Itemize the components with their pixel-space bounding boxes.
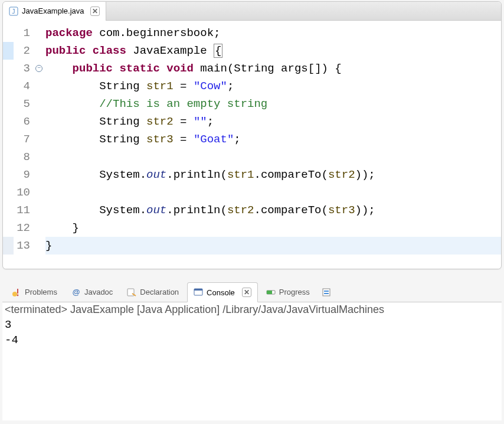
svg-point-4 [17, 294, 19, 296]
svg-rect-7 [194, 289, 202, 291]
bottom-view-tabs: Problems @ Javadoc Declaration Console ✕… [2, 282, 502, 302]
tab-problems[interactable]: Problems [6, 282, 63, 302]
problems-icon [12, 288, 21, 297]
svg-point-2 [12, 292, 17, 296]
file-tab[interactable]: J JavaExample.java ✕ [3, 2, 106, 21]
console-output[interactable]: 3 -4 [5, 317, 499, 348]
fold-gutter: − [35, 24, 45, 265]
close-view-button[interactable]: ✕ [242, 288, 251, 297]
code-editor[interactable]: 1 2 3 4 5 6 7 8 9 10 11 12 13 − package … [3, 21, 501, 269]
matched-brace: { [214, 44, 222, 58]
line-number: 12 [16, 219, 30, 237]
console-view: <terminated> JavaExample [Java Applicati… [2, 302, 502, 420]
line-number: 4 [16, 77, 30, 95]
tab-declaration[interactable]: Declaration [121, 282, 185, 302]
svg-rect-11 [324, 291, 329, 292]
line-number: 6 [16, 113, 30, 131]
line-number: 7 [16, 131, 30, 148]
editor-panel: J JavaExample.java ✕ 1 2 3 4 [2, 1, 502, 269]
svg-text:J: J [12, 8, 15, 15]
line-number: 5 [16, 95, 30, 113]
line-number: 3 [16, 60, 30, 77]
overflow-icon[interactable] [322, 288, 331, 297]
svg-rect-12 [324, 293, 329, 294]
declaration-icon [127, 288, 136, 297]
tab-console[interactable]: Console ✕ [187, 282, 258, 302]
svg-rect-3 [17, 289, 18, 293]
console-icon [194, 288, 203, 297]
svg-rect-5 [127, 289, 134, 296]
line-number: 11 [16, 201, 30, 219]
tab-javadoc[interactable]: @ Javadoc [66, 282, 119, 302]
java-file-icon: J [9, 6, 18, 16]
line-number: 10 [16, 184, 30, 201]
tab-progress[interactable]: Progress [260, 282, 316, 302]
tab-label: Console [207, 288, 235, 297]
line-number: 8 [16, 148, 30, 166]
tab-label: Javadoc [84, 288, 113, 296]
tab-label: Declaration [140, 288, 179, 296]
tab-label: Problems [25, 288, 57, 296]
console-status-line: <terminated> JavaExample [Java Applicati… [5, 304, 499, 316]
editor-tab-bar: J JavaExample.java ✕ [3, 2, 501, 21]
marker-gutter [3, 24, 14, 265]
svg-rect-10 [323, 289, 330, 296]
line-number: 13 [16, 237, 30, 255]
fold-toggle-icon[interactable]: − [35, 65, 42, 72]
svg-rect-9 [267, 291, 272, 294]
close-tab-button[interactable]: ✕ [90, 6, 100, 16]
javadoc-icon: @ [71, 288, 81, 297]
file-tab-label: JavaExample.java [22, 6, 84, 15]
code-content[interactable]: package com.beginnersbook; public class … [45, 24, 501, 265]
line-number: 9 [16, 166, 30, 184]
console-line: 3 [5, 317, 499, 332]
tab-label: Progress [279, 288, 310, 296]
line-number: 1 [16, 24, 30, 42]
console-line: -4 [5, 332, 499, 348]
line-number: 2 [16, 42, 30, 60]
line-number-gutter: 1 2 3 4 5 6 7 8 9 10 11 12 13 [14, 24, 35, 265]
progress-icon [266, 288, 276, 297]
